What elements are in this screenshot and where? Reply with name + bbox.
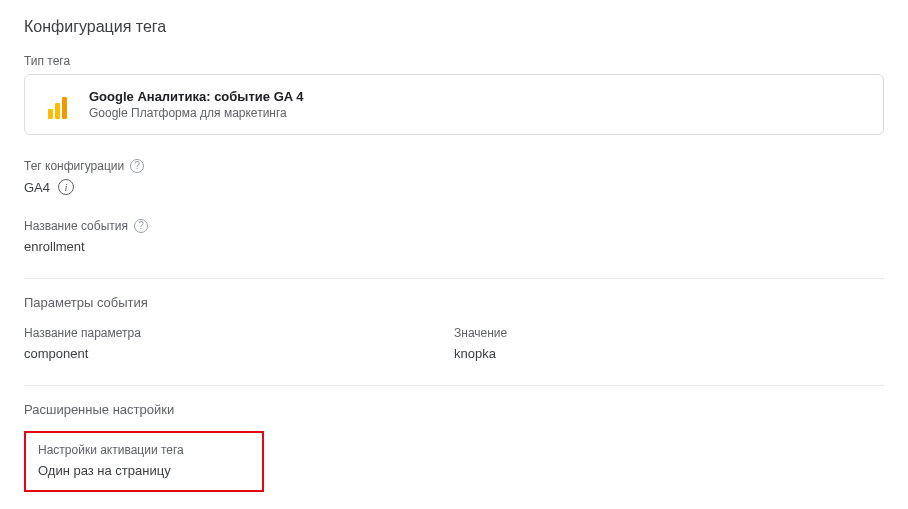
activation-value: Один раз на страницу <box>38 463 250 478</box>
param-value-header: Значение <box>454 326 884 340</box>
page-title: Конфигурация тега <box>24 18 884 36</box>
activation-settings-highlight: Настройки активации тега Один раз на стр… <box>24 431 264 492</box>
config-tag-value: GA4 <box>24 180 50 195</box>
param-value-value: knopka <box>454 346 884 361</box>
divider <box>24 385 884 386</box>
tag-type-section: Тип тега Google Аналитика: событие GA 4 … <box>24 54 884 135</box>
tag-type-card[interactable]: Google Аналитика: событие GA 4 Google Пл… <box>24 74 884 135</box>
param-name-value: component <box>24 346 454 361</box>
help-icon[interactable]: ? <box>134 219 148 233</box>
tag-type-title: Google Аналитика: событие GA 4 <box>89 89 304 104</box>
config-tag-section: Тег конфигурации ? GA4 i <box>24 159 884 195</box>
help-icon[interactable]: ? <box>130 159 144 173</box>
activation-label: Настройки активации тега <box>38 443 250 457</box>
event-name-section: Название события ? enrollment <box>24 219 884 254</box>
advanced-title: Расширенные настройки <box>24 402 884 417</box>
event-name-value: enrollment <box>24 239 884 254</box>
analytics-icon <box>43 91 71 119</box>
event-params-title: Параметры события <box>24 295 884 310</box>
param-name-header: Название параметра <box>24 326 454 340</box>
event-name-label: Название события <box>24 219 128 233</box>
info-icon[interactable]: i <box>58 179 74 195</box>
advanced-section: Расширенные настройки Настройки активаци… <box>24 402 884 492</box>
divider <box>24 278 884 279</box>
config-tag-label: Тег конфигурации <box>24 159 124 173</box>
event-params-section: Параметры события Название параметра com… <box>24 295 884 361</box>
tag-type-label: Тип тега <box>24 54 884 68</box>
tag-type-subtitle: Google Платформа для маркетинга <box>89 106 304 120</box>
